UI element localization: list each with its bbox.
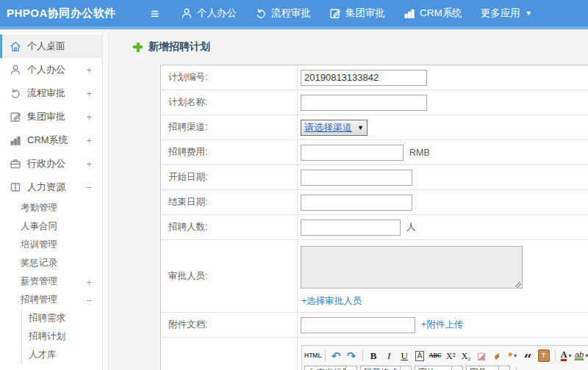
sidebar-item-recruit-plan[interactable]: 招聘计划 (21, 327, 102, 346)
fee-input[interactable] (301, 145, 404, 161)
sidebar-item-salary[interactable]: 薪资管理+ (0, 272, 102, 291)
sidebar-item-group-approval-label: 集团审批 (27, 110, 65, 123)
sidebar-item-hr[interactable]: 人力资源− (0, 175, 102, 199)
spray-button[interactable]: *▾ (505, 349, 520, 363)
attachment-field: +附件上传 (298, 313, 588, 337)
char-border-button[interactable]: A (412, 349, 428, 363)
app-logo[interactable]: PHPOA协同办公软件 (0, 7, 140, 21)
caret-down-icon[interactable]: ▾ (345, 366, 356, 370)
expand-icon[interactable]: + (86, 276, 92, 287)
attachment-row: 附件文档:+附件上传 (161, 313, 588, 338)
nav-workflow-approval[interactable]: 流程审批 (255, 7, 311, 20)
align-justify-button[interactable]: ≡ (559, 366, 573, 370)
attachment-label-text: 附件文档: (168, 319, 207, 331)
sidebar-item-hr-contract-label: 人事合同 (21, 220, 57, 233)
end-date-label-text: 结束日期: (168, 196, 207, 208)
sidebar-item-recruitment[interactable]: 招聘管理− (0, 291, 102, 309)
channel-select[interactable]: 请选择渠道▼ (301, 120, 368, 136)
expand-icon[interactable]: + (86, 135, 92, 146)
sidebar-item-desktop[interactable]: 个人桌面 (0, 35, 102, 58)
source-button[interactable]: HTML (304, 349, 322, 363)
end-date-row: 结束日期: (161, 190, 588, 215)
sidebar-item-crm[interactable]: CRM系统+ (0, 128, 102, 152)
sidebar-item-personal-office[interactable]: 个人办公+ (0, 58, 102, 81)
sidebar-item-recruit-demand[interactable]: 招聘需求 (21, 309, 102, 327)
nav-more-apps[interactable]: 更多应用▼ (481, 7, 532, 20)
align-left-button[interactable]: ≡ (520, 366, 533, 370)
page-title-text: 新增招聘计划 (148, 40, 210, 54)
redo-button[interactable]: ↷ (344, 349, 359, 363)
caret-down-icon[interactable]: ▾ (498, 366, 509, 370)
fee-label-text: 招聘费用: (168, 146, 207, 159)
expand-icon[interactable]: + (86, 112, 92, 123)
font-size-select[interactable]: 字号▾ (466, 366, 510, 370)
plan-content-row: HTML↶↷BIUAABCX²X₂◪▰*▾“TA▾ab▾自定义标题▾段落格式▾字… (161, 338, 588, 370)
font-family-select[interactable]: 字体▾ (415, 366, 463, 370)
plan-name-input[interactable] (301, 95, 427, 111)
paragraph-format-select[interactable]: 段落格式▾ (360, 366, 412, 370)
highlight-button[interactable]: ab▾ (574, 349, 588, 363)
workflow-icon (10, 87, 21, 99)
italic-icon: I (387, 351, 390, 360)
custom-heading-select[interactable]: 自定义标题▾ (304, 366, 357, 370)
nav-crm[interactable]: CRM系统 (404, 7, 462, 20)
fee-field: RMB (298, 140, 588, 164)
insert-link-button[interactable]: ∞ (573, 366, 586, 370)
menu-toggle[interactable]: ≡ (151, 7, 159, 21)
top-nav: 个人办公流程审批集团审批CRM系统更多应用▼ (181, 7, 551, 20)
approvers-textarea[interactable] (301, 246, 523, 289)
strikethrough-button[interactable]: ABC (428, 349, 443, 363)
sidebar-item-group-approval[interactable]: 集团审批+ (0, 105, 102, 128)
sidebar-item-rewards[interactable]: 奖惩记录 (0, 254, 102, 272)
end-date-input[interactable] (301, 195, 412, 211)
expand-icon[interactable]: + (86, 65, 92, 76)
sidebar-item-attendance[interactable]: 考勤管理 (0, 199, 102, 217)
format-brush-button[interactable]: ▰ (490, 349, 505, 363)
app-layout: 个人桌面个人办公+流程审批+集团审批+CRM系统+行政办公+人力资源−考勤管理人… (0, 32, 588, 370)
sidebar-item-attendance-label: 考勤管理 (21, 202, 57, 214)
collapse-icon[interactable]: − (86, 182, 92, 193)
caret-down-icon[interactable]: ▾ (451, 366, 462, 370)
toolbar-separator (325, 350, 326, 361)
sidebar: 个人桌面个人办公+流程审批+集团审批+CRM系统+行政办公+人力资源−考勤管理人… (0, 32, 103, 370)
eraser-button[interactable]: ◪ (474, 349, 490, 363)
caret-down-icon[interactable]: ▾ (400, 366, 411, 370)
caret-down-icon: ▾ (568, 352, 571, 359)
sidebar-item-training[interactable]: 培训管理 (0, 236, 102, 254)
expand-icon[interactable]: + (86, 88, 92, 99)
collapse-icon[interactable]: − (86, 294, 92, 305)
resize-grip-icon[interactable] (515, 282, 521, 288)
sidebar-item-admin-office[interactable]: 行政办公+ (0, 152, 102, 175)
paste-text-icon: T (542, 352, 546, 359)
sidebar-item-hr-contract[interactable]: 人事合同 (0, 217, 102, 236)
start-date-input[interactable] (301, 170, 412, 186)
choose-approvers-link[interactable]: +选择审批人员 (301, 295, 362, 308)
topbar: PHPOA协同办公软件 ≡ 个人办公流程审批集团审批CRM系统更多应用▼ (0, 0, 588, 29)
subscript-button[interactable]: X₂ (459, 349, 474, 363)
toolbar-row-2: 自定义标题▾段落格式▾字体▾字号▾≡≡≡≡∞◔ (304, 364, 588, 370)
nav-personal-office[interactable]: 个人办公 (181, 7, 237, 20)
italic-button[interactable]: I (381, 349, 397, 363)
expand-icon[interactable]: + (86, 159, 92, 170)
headcount-input[interactable] (301, 220, 401, 236)
sidebar-gutter (103, 32, 109, 370)
plan-number-input[interactable] (301, 70, 427, 86)
align-right-button[interactable]: ≡ (546, 366, 559, 370)
underline-button[interactable]: U (397, 349, 412, 363)
nav-more-apps-label: 更多应用 (481, 7, 520, 20)
sidebar-item-rewards-label: 奖惩记录 (21, 257, 57, 269)
sidebar-item-workflow[interactable]: 流程审批+ (0, 81, 102, 105)
bold-button[interactable]: B (366, 349, 381, 363)
blockquote-button[interactable]: “ (520, 349, 536, 363)
font-color-button[interactable]: A▾ (559, 349, 574, 363)
user-icon (181, 7, 193, 19)
attachment-upload-link[interactable]: +附件上传 (421, 319, 463, 331)
attachment-input[interactable] (301, 317, 415, 333)
nav-group-approval[interactable]: 集团审批 (329, 7, 385, 20)
sidebar-item-talent-pool[interactable]: 人才库 (21, 346, 102, 364)
paste-text-button[interactable]: T (538, 349, 550, 362)
undo-button[interactable]: ↶ (329, 349, 344, 363)
fee-label: 招聘费用: (161, 140, 298, 164)
align-center-button[interactable]: ≡ (533, 366, 546, 370)
superscript-button[interactable]: X² (443, 349, 459, 363)
